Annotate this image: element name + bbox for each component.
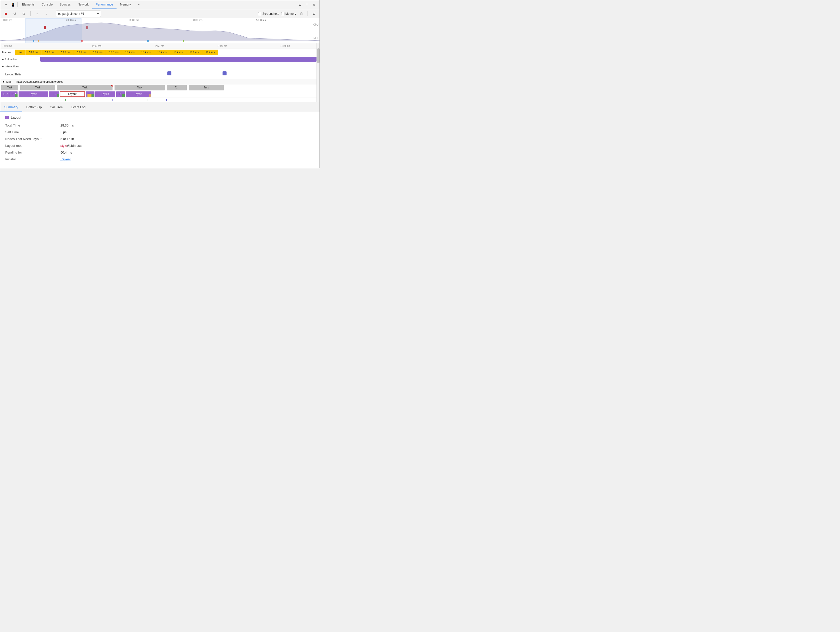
frame-chip-10[interactable]: 16.7 ms — [170, 50, 186, 55]
green-tick-2 — [65, 99, 66, 101]
task-block-3[interactable]: Task — [57, 85, 112, 90]
sub-p3[interactable]: P... — [86, 91, 95, 97]
purple-tick-1 — [25, 99, 25, 101]
screenshots-checkbox[interactable]: Screenshots — [258, 12, 279, 16]
ls-block-2[interactable] — [223, 71, 227, 76]
frame-chip-4[interactable]: 16.7 ms — [74, 50, 90, 55]
url-selector[interactable]: output.jsbin.com #1 ▾ — [56, 11, 101, 17]
total-time-key: Total Time — [5, 123, 60, 127]
animation-track: ▶ Animation — [0, 56, 316, 63]
download-btn[interactable]: ↓ — [43, 10, 50, 17]
tab-bottom-up[interactable]: Bottom-Up — [22, 105, 46, 112]
sub-pt1[interactable]: P...t — [10, 91, 17, 97]
frame-chip-7[interactable]: 16.7 ms — [122, 50, 138, 55]
self-time-row: Self Time 5 μs — [5, 130, 314, 134]
initiator-key: Initiator — [5, 157, 60, 161]
tab-summary[interactable]: Summary — [0, 105, 22, 112]
tab-event-log[interactable]: Event Log — [67, 105, 90, 112]
sub-layout2-selected[interactable]: Layout — [60, 91, 85, 97]
devtools-window: ⌖ 📱 Elements Console Sources Network Per… — [0, 0, 320, 168]
layout-color-box — [5, 116, 9, 119]
frame-chip-12[interactable]: 16.7 ms — [202, 50, 218, 55]
clear-btn[interactable]: ⊘ — [20, 10, 27, 17]
tab-performance[interactable]: Performance — [92, 0, 117, 9]
nodes-val: 5 of 1618 — [60, 137, 74, 141]
frame-chip-5[interactable]: 16.7 ms — [90, 50, 106, 55]
frame-chip-1[interactable]: 16.6 ms — [26, 50, 42, 55]
overview-area: 1000 ms 2000 ms 3000 ms 4000 ms 5000 ms … — [0, 18, 319, 43]
frames-label: Frames — [0, 51, 15, 54]
self-time-val: 5 μs — [60, 130, 67, 134]
long-task-flag — [111, 85, 112, 87]
layout-root-keyword: style — [60, 144, 67, 148]
detail-tick-1400: 1400 ms — [65, 44, 128, 47]
sub-layout1[interactable]: Layout — [19, 91, 48, 97]
green-tick-4 — [148, 99, 148, 101]
upload-btn[interactable]: ↑ — [33, 10, 41, 17]
tab-elements[interactable]: Elements — [19, 0, 38, 9]
screenshots-checkbox-input[interactable] — [258, 12, 261, 15]
layout-shifts-track: Layout Shifts — [0, 70, 316, 79]
frame-chip-3[interactable]: 16.7 ms — [58, 50, 74, 55]
capture-settings-icon[interactable]: ⚙ — [311, 10, 317, 17]
cpu-chart — [0, 18, 319, 43]
frame-chip-6[interactable]: 16.6 ms — [106, 50, 122, 55]
main-collapse-icon[interactable]: ▼ — [2, 80, 5, 83]
sub-p2[interactable]: P... — [49, 91, 59, 97]
memory-checkbox[interactable]: Memory — [281, 12, 296, 16]
layout-root-selector: #jsbin-css — [67, 144, 82, 148]
sub-layout3[interactable]: Layout — [95, 91, 115, 97]
layout-root-val: style#jsbin-css — [60, 144, 82, 148]
refresh-btn[interactable]: ↺ — [11, 10, 18, 17]
frame-chip-8[interactable]: 16.7 ms — [138, 50, 154, 55]
initiator-val[interactable]: Reveal — [60, 157, 70, 161]
frame-chip-11[interactable]: 16.6 ms — [186, 50, 202, 55]
settings-icon[interactable]: ⚙ — [297, 1, 303, 8]
sub-layout4[interactable]: Layout — [126, 91, 151, 97]
sub-p4[interactable]: P... — [116, 91, 125, 97]
pointer-icon[interactable]: ⌖ — [2, 1, 9, 8]
yellow-block-2 — [149, 94, 151, 97]
task-row-top: Task Task Task Task T... Task — [0, 84, 316, 91]
expand-icon-2: ▶ — [2, 65, 4, 68]
frame-chip-0[interactable]: ms — [15, 50, 26, 55]
device-icon[interactable]: 📱 — [9, 1, 16, 8]
tab-console[interactable]: Console — [38, 0, 56, 9]
total-time-row: Total Time 28.30 ms — [5, 123, 314, 127]
frame-chip-9[interactable]: 16.7 ms — [154, 50, 170, 55]
frame-chip-2[interactable]: 16.7 ms — [42, 50, 58, 55]
task-block-2[interactable]: Task — [20, 85, 55, 90]
record-btn[interactable]: ⏺ — [2, 10, 9, 17]
nodes-key: Nodes That Need Layout — [5, 137, 60, 141]
task-block-1[interactable]: Task — [1, 85, 18, 90]
close-icon[interactable]: ✕ — [311, 1, 317, 8]
green-tick-3 — [89, 99, 89, 101]
task-block-5[interactable]: T... — [167, 85, 187, 90]
tab-network[interactable]: Network — [74, 0, 92, 9]
bottom-tab-bar: Summary Bottom-Up Call Tree Event Log — [0, 102, 319, 112]
ls-block-1[interactable] — [167, 71, 171, 76]
tab-more[interactable]: » — [134, 0, 143, 9]
divider2 — [30, 11, 31, 16]
animation-label[interactable]: ▶ Animation — [0, 58, 40, 61]
expand-icon: ▶ — [2, 58, 4, 61]
main-thread-header: ▼ Main — https://output.jsbin.com/elisum… — [0, 79, 316, 84]
task-block-6[interactable]: Task — [189, 85, 224, 90]
more-icon[interactable]: ⋮ — [303, 1, 311, 8]
green-block-4 — [122, 94, 125, 97]
memory-checkbox-input[interactable] — [281, 12, 284, 15]
tab-call-tree[interactable]: Call Tree — [46, 105, 67, 112]
layout-shifts-content — [40, 70, 316, 79]
vertical-scrollbar[interactable] — [316, 43, 319, 102]
interactions-label[interactable]: ▶ Interactions — [0, 65, 40, 68]
trash-btn[interactable]: 🗑 — [298, 11, 304, 17]
tab-bar: ⌖ 📱 Elements Console Sources Network Per… — [0, 0, 319, 9]
scrollbar-thumb[interactable] — [317, 48, 319, 63]
tab-memory[interactable]: Memory — [117, 0, 134, 9]
divider4 — [307, 11, 308, 16]
task-block-4[interactable]: Task — [115, 85, 165, 90]
green-block-3 — [92, 94, 94, 97]
tab-sources[interactable]: Sources — [56, 0, 74, 9]
sub-lt[interactable]: L...t — [1, 91, 10, 97]
task-row-sub: L...t P...t Layout P... Layout P... — [0, 91, 316, 98]
